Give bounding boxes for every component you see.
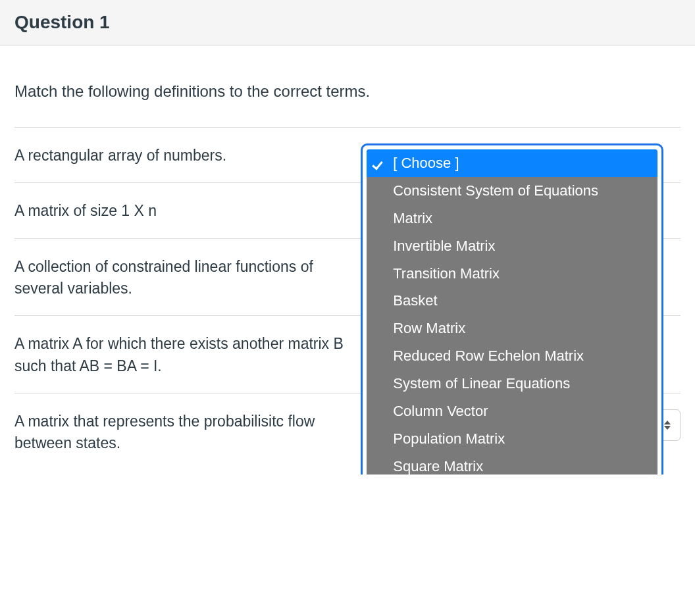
dropdown-option[interactable]: Consistent System of Equations <box>367 177 657 205</box>
checkmark-icon <box>373 158 385 167</box>
match-rows: A rectangular array of numbers. [ Choose… <box>14 127 681 475</box>
dropdown-option[interactable]: Reduced Row Echelon Matrix <box>367 342 657 370</box>
dropdown-option-label: Row Matrix <box>393 320 465 336</box>
dropdown-option[interactable]: System of Linear Equations <box>367 370 657 398</box>
match-prompt: A collection of constrained linear funct… <box>14 255 361 300</box>
dropdown-option[interactable]: Row Matrix <box>367 315 657 342</box>
match-row: A rectangular array of numbers. [ Choose… <box>14 127 681 182</box>
dropdown-option-label: Population Matrix <box>393 430 505 447</box>
dropdown-option[interactable]: Transition Matrix <box>367 260 657 288</box>
dropdown-option[interactable]: Invertible Matrix <box>367 232 657 260</box>
dropdown-option-label: Reduced Row Echelon Matrix <box>393 347 584 364</box>
match-prompt: A matrix A for which there exists anothe… <box>14 332 361 377</box>
dropdown-option-label: Square Matrix <box>393 458 483 475</box>
dropdown-option-label: Column Vector <box>393 403 488 419</box>
dropdown-option[interactable]: Square Matrix <box>367 453 657 475</box>
question-header: Question 1 <box>0 0 695 45</box>
instructions-text: Match the following definitions to the c… <box>14 82 681 101</box>
updown-icon <box>664 421 671 430</box>
dropdown-option-label: System of Linear Equations <box>393 375 570 392</box>
dropdown-option-label: Consistent System of Equations <box>393 182 598 199</box>
dropdown-option-label: Invertible Matrix <box>393 238 495 254</box>
dropdown-option[interactable]: Matrix <box>367 205 657 232</box>
dropdown-option-label: Basket <box>393 292 437 309</box>
match-prompt: A matrix that represents the probabilisi… <box>14 409 361 455</box>
dropdown-option-choose[interactable]: [ Choose ] <box>367 149 657 177</box>
dropdown-option[interactable]: Population Matrix <box>367 425 657 453</box>
question-content: Match the following definitions to the c… <box>0 45 695 475</box>
dropdown-menu[interactable]: [ Choose ] Consistent System of Equation… <box>367 149 657 475</box>
dropdown-option-label: [ Choose ] <box>393 155 459 171</box>
dropdown-option-label: Transition Matrix <box>393 265 500 282</box>
match-prompt: A rectangular array of numbers. <box>14 143 361 167</box>
question-title: Question 1 <box>14 12 681 33</box>
dropdown-option[interactable]: Basket <box>367 287 657 315</box>
dropdown-option-label: Matrix <box>393 210 432 226</box>
answer-dropdown-open: [ Choose ] Consistent System of Equation… <box>361 143 663 475</box>
match-prompt: A matrix of size 1 X n <box>14 199 361 222</box>
dropdown-outline: [ Choose ] Consistent System of Equation… <box>361 143 663 475</box>
dropdown-option[interactable]: Column Vector <box>367 398 657 425</box>
